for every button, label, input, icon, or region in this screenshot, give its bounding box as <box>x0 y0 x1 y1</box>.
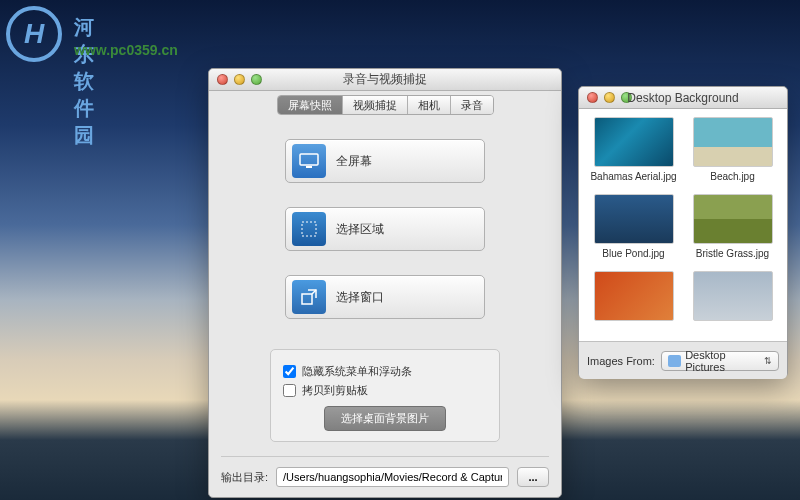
output-label: 输出目录: <box>221 470 268 485</box>
choose-bg-button[interactable]: 选择桌面背景图片 <box>324 406 446 431</box>
copy-clipboard-checkbox[interactable] <box>283 384 296 397</box>
tab-screenshot[interactable]: 屏幕快照 <box>278 96 343 114</box>
list-item[interactable]: Beach.jpg <box>684 117 781 190</box>
window-button[interactable]: 选择窗口 <box>285 275 485 319</box>
folder-icon <box>668 355 681 367</box>
tab-camera[interactable]: 相机 <box>408 96 451 114</box>
tab-bar: 屏幕快照 视频捕捉 相机 录音 <box>209 91 561 119</box>
image-thumb <box>594 271 674 321</box>
copy-clipboard-label: 拷贝到剪贴板 <box>302 383 368 398</box>
list-item[interactable]: Bahamas Aerial.jpg <box>585 117 682 190</box>
image-thumb <box>693 117 773 167</box>
image-thumb <box>693 271 773 321</box>
thumb-caption: Bahamas Aerial.jpg <box>590 171 676 182</box>
svg-rect-1 <box>306 166 312 168</box>
titlebar[interactable]: 录音与视频捕捉 <box>209 69 561 91</box>
list-item[interactable] <box>585 271 682 333</box>
list-item[interactable]: Blue Pond.jpg <box>585 194 682 267</box>
hide-menu-label: 隐藏系统菜单和浮动条 <box>302 364 412 379</box>
svg-rect-2 <box>302 222 316 236</box>
browse-button[interactable]: ... <box>517 467 549 487</box>
watermark-url: www.pc0359.cn <box>74 42 178 58</box>
window-select-icon <box>292 280 326 314</box>
folder-name: Desktop Pictures <box>685 349 764 373</box>
image-thumb <box>594 117 674 167</box>
thumb-caption: Beach.jpg <box>710 171 754 182</box>
watermark-logo: H 河东软件园 www.pc0359.cn <box>6 6 62 62</box>
image-thumb <box>594 194 674 244</box>
fullscreen-button[interactable]: 全屏幕 <box>285 139 485 183</box>
window-label: 选择窗口 <box>336 289 384 306</box>
tab-video[interactable]: 视频捕捉 <box>343 96 408 114</box>
output-path-input[interactable] <box>276 467 509 487</box>
list-item[interactable]: Bristle Grass.jpg <box>684 194 781 267</box>
region-label: 选择区域 <box>336 221 384 238</box>
hide-menu-check[interactable]: 隐藏系统菜单和浮动条 <box>283 364 487 379</box>
copy-clipboard-check[interactable]: 拷贝到剪贴板 <box>283 383 487 398</box>
selection-icon <box>292 212 326 246</box>
svg-rect-3 <box>302 294 312 304</box>
folder-combo[interactable]: Desktop Pictures ⇅ <box>661 351 779 371</box>
region-button[interactable]: 选择区域 <box>285 207 485 251</box>
svg-rect-0 <box>300 154 318 165</box>
desktop-bg-window: Desktop Background Bahamas Aerial.jpg Be… <box>578 86 788 378</box>
options-group: 隐藏系统菜单和浮动条 拷贝到剪贴板 选择桌面背景图片 <box>270 349 500 442</box>
tab-audio[interactable]: 录音 <box>451 96 493 114</box>
thumb-caption: Blue Pond.jpg <box>602 248 664 259</box>
titlebar[interactable]: Desktop Background <box>579 87 787 109</box>
capture-window: 录音与视频捕捉 屏幕快照 视频捕捉 相机 录音 全屏幕 选择区域 选择窗口 <box>208 68 562 498</box>
image-thumb <box>693 194 773 244</box>
thumbnail-grid: Bahamas Aerial.jpg Beach.jpg Blue Pond.j… <box>579 109 787 341</box>
window-title: Desktop Background <box>579 91 787 105</box>
window-title: 录音与视频捕捉 <box>209 71 561 88</box>
monitor-icon <box>292 144 326 178</box>
thumb-caption: Bristle Grass.jpg <box>696 248 769 259</box>
chevron-updown-icon: ⇅ <box>764 356 772 366</box>
watermark-brand: 河东软件园 <box>74 14 94 149</box>
images-from-label: Images From: <box>587 355 655 367</box>
hide-menu-checkbox[interactable] <box>283 365 296 378</box>
list-item[interactable] <box>684 271 781 333</box>
fullscreen-label: 全屏幕 <box>336 153 372 170</box>
